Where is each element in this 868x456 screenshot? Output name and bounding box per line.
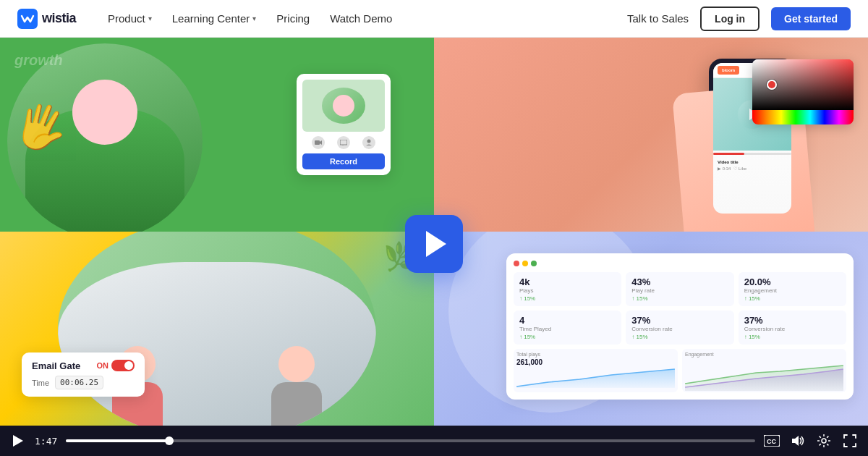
color-picker-handle[interactable]: [767, 80, 777, 90]
color-gradient-area[interactable]: [752, 59, 854, 110]
video-progress-bar[interactable]: [66, 439, 755, 442]
fullscreen-icon: [843, 434, 856, 447]
email-gate-toggle[interactable]: ON: [97, 360, 135, 371]
toggle-label: ON: [97, 361, 109, 370]
talk-to-sales-link[interactable]: Talk to Sales: [627, 12, 689, 25]
stats-row-1: 4k Plays ↑ 15% 43% Play rate ↑ 15% 20.0%…: [514, 272, 846, 306]
stat-plays-change: ↑ 15%: [519, 295, 616, 302]
email-gate-title: Email Gate: [32, 360, 80, 371]
engagement-sparkline: [685, 358, 843, 391]
stat-play-rate-change: ↑ 15%: [631, 295, 728, 302]
plays-sparkline: [516, 366, 675, 388]
navbar: wistia Product ▾ Learning Center ▾ Prici…: [0, 0, 868, 38]
engagement-chart: Engagement: [682, 349, 846, 392]
color-spectrum-slider[interactable]: [752, 110, 854, 124]
stat-plays-label: Plays: [519, 287, 616, 294]
stat-play-rate: 43% Play rate ↑ 15%: [626, 272, 733, 306]
progress-scrubber[interactable]: [165, 436, 174, 445]
email-gate-header: Email Gate ON: [32, 360, 135, 371]
record-icon-row: [302, 136, 385, 149]
wistia-logo-icon: [17, 9, 38, 29]
navbar-actions: Talk to Sales Log in Get started: [627, 7, 851, 31]
quadrant-top-right: bloom Video title: [434, 38, 868, 232]
video-current-time: 1:47: [35, 436, 57, 447]
video-controls-bar: 1:47 CC: [0, 426, 868, 456]
stat-engagement-change: ↑ 15%: [744, 295, 841, 302]
email-gate-time-row: Time 00:06.25: [32, 376, 135, 389]
controls-play-button[interactable]: [10, 433, 26, 449]
stat-play-rate-label: Play rate: [631, 287, 728, 294]
nav-pricing[interactable]: Pricing: [268, 8, 318, 29]
video-player: 🖐️ growth: [0, 38, 868, 456]
toggle-knob: [124, 361, 133, 370]
person-circle-top-left: 🖐️: [7, 43, 203, 232]
nav-learning-center[interactable]: Learning Center ▾: [163, 8, 265, 29]
stat-engagement-value: 20.0%: [744, 276, 841, 287]
stat-conv1-value: 37%: [631, 315, 728, 326]
stat-conv1-change: ↑ 15%: [631, 334, 728, 340]
time-value[interactable]: 00:06.25: [55, 376, 103, 389]
cc-button[interactable]: CC: [764, 433, 780, 449]
window-dots: [514, 261, 846, 266]
stat-time-played: 4 Time Played ↑ 15%: [514, 311, 621, 345]
toggle-switch[interactable]: [111, 360, 135, 371]
total-plays-value: 261,000: [516, 358, 675, 366]
get-started-button[interactable]: Get started: [771, 7, 851, 30]
svg-rect-1: [315, 140, 320, 145]
stat-plays: 4k Plays ↑ 15%: [514, 272, 621, 306]
product-chevron-icon: ▾: [148, 14, 152, 22]
total-plays-chart: Total plays 261,000: [514, 349, 678, 392]
settings-icon: [817, 434, 830, 447]
quadrant-top-left: 🖐️ growth: [0, 38, 434, 232]
login-button[interactable]: Log in: [700, 7, 760, 31]
fullscreen-button[interactable]: [842, 433, 858, 449]
svg-point-9: [822, 439, 826, 443]
svg-marker-8: [792, 436, 799, 446]
record-camera-icon[interactable]: [312, 136, 325, 149]
quadrant-bottom-right: 4k Plays ↑ 15% 43% Play rate ↑ 15% 20.0%…: [434, 232, 868, 426]
cc-icon: CC: [764, 435, 780, 447]
email-gate-widget: Email Gate ON Time 00:06.25: [22, 352, 145, 397]
play-button[interactable]: [405, 215, 463, 273]
learning-center-chevron-icon: ▾: [252, 14, 256, 22]
wistia-wordmark: wistia: [42, 11, 76, 26]
stat-conversion-1: 37% Conversion rate ↑ 15%: [626, 311, 733, 345]
nav-watch-demo[interactable]: Watch Demo: [321, 8, 401, 29]
stat-time-played-label: Time Played: [519, 326, 616, 332]
volume-icon: [791, 434, 805, 447]
stat-play-rate-value: 43%: [631, 276, 728, 287]
settings-button[interactable]: [816, 433, 832, 449]
stat-conversion-2: 37% Conversion rate ↑ 15%: [739, 311, 846, 345]
svg-point-5: [367, 140, 371, 143]
logo[interactable]: wistia: [17, 9, 76, 29]
nav-links: Product ▾ Learning Center ▾ Pricing Watc…: [99, 8, 627, 29]
record-widget: Record: [297, 74, 391, 175]
svg-text:CC: CC: [767, 438, 776, 445]
stat-conv2-change: ↑ 15%: [744, 334, 841, 340]
analytics-panel: 4k Plays ↑ 15% 43% Play rate ↑ 15% 20.0%…: [506, 253, 854, 400]
control-icons: CC: [764, 433, 858, 449]
record-person-icon[interactable]: [362, 136, 375, 149]
record-button[interactable]: Record: [302, 153, 385, 169]
svg-marker-2: [320, 140, 322, 145]
stat-time-played-value: 4: [519, 315, 616, 326]
stat-conv2-value: 37%: [744, 315, 841, 326]
quadrant-bottom-left: 🌿 Email Gate ON Time 00:06.25: [0, 232, 434, 426]
charts-row: Total plays 261,000: [514, 349, 846, 392]
phone-video-info: Video title ▶ 0:34 ♡ Like: [713, 157, 791, 174]
stat-conv2-label: Conversion rate: [744, 326, 841, 332]
stat-conv1-label: Conversion rate: [631, 326, 728, 332]
dot-green: [531, 261, 537, 266]
stats-row-2: 4 Time Played ↑ 15% 37% Conversion rate …: [514, 311, 846, 345]
stat-engagement-label: Engagement: [744, 287, 841, 294]
controls-play-icon: [13, 435, 23, 447]
record-preview: [302, 80, 385, 132]
record-screen-icon[interactable]: [337, 136, 350, 149]
stat-time-played-change: ↑ 15%: [519, 334, 616, 340]
nav-product[interactable]: Product ▾: [99, 8, 161, 29]
play-triangle-icon: [426, 231, 446, 257]
growth-text: growth: [14, 52, 63, 69]
volume-button[interactable]: [790, 433, 806, 449]
color-picker-widget: [752, 59, 854, 124]
dot-yellow: [522, 261, 528, 266]
